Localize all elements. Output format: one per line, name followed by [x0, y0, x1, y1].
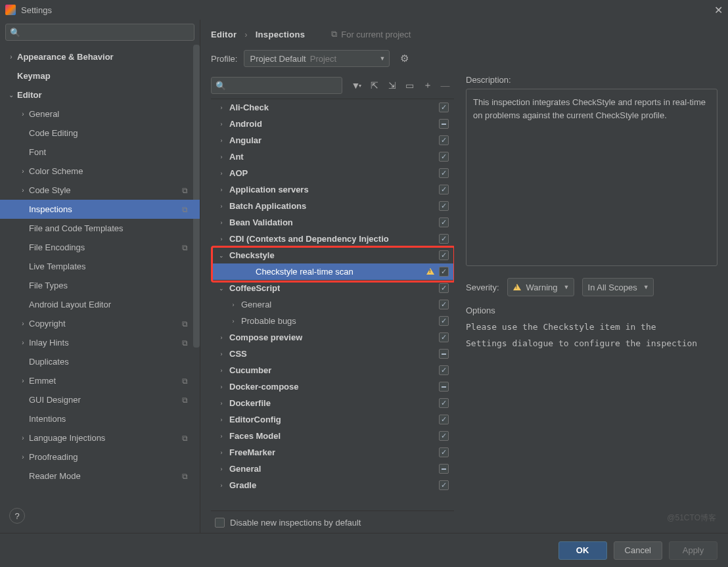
sidebar-item-general[interactable]: ›General [0, 104, 200, 124]
inspection-dockerfile[interactable]: ›Dockerfile [211, 395, 454, 411]
sidebar-item-emmet[interactable]: ›Emmet⧉ [0, 371, 200, 390]
inspection-ant[interactable]: ›Ant [211, 148, 454, 165]
inspection-general[interactable]: ›General [211, 461, 454, 477]
profile-combo[interactable]: Project Default Project ▼ [244, 50, 390, 67]
inspection-checkbox[interactable] [439, 398, 449, 408]
inspection-probable-bugs[interactable]: ›Probable bugs [211, 313, 454, 329]
sidebar-item-inlay-hints[interactable]: ›Inlay Hints⧉ [0, 333, 200, 352]
inspection-checkbox[interactable] [439, 415, 449, 424]
remove-icon[interactable]: — [438, 77, 453, 94]
inspection-checkbox[interactable] [439, 349, 449, 359]
close-icon[interactable]: ✕ [714, 4, 723, 16]
inspection-checkbox[interactable] [439, 267, 449, 277]
inspection-angular[interactable]: ›Angular [211, 132, 454, 148]
inspection-checkbox[interactable] [439, 480, 449, 490]
inspection-ali-check[interactable]: ›Ali-Check [211, 99, 454, 116]
sidebar-item-reader-mode[interactable]: Reader Mode⧉ [0, 466, 200, 486]
inspection-checkbox[interactable] [439, 300, 449, 309]
inspection-checkbox[interactable] [439, 332, 449, 342]
inspection-docker-compose[interactable]: ›Docker-compose [211, 378, 454, 395]
inspection-gradle[interactable]: ›Gradle [211, 477, 454, 493]
sidebar-item-editor[interactable]: ⌄Editor [0, 85, 200, 104]
sidebar-item-duplicates[interactable]: Duplicates [0, 352, 200, 371]
sidebar-search-input[interactable]: 🔍 [5, 24, 194, 41]
search-icon: 🔍 [216, 81, 226, 91]
inspection-checkbox[interactable] [439, 135, 449, 145]
reset-icon[interactable]: ▭ [402, 77, 417, 94]
inspection-checkbox[interactable] [439, 316, 449, 326]
chevron-right-icon: › [229, 318, 237, 325]
sidebar-item-copyright[interactable]: ›Copyright⧉ [0, 314, 200, 333]
sidebar-item-file-encodings[interactable]: File Encodings⧉ [0, 238, 200, 257]
sidebar-item-inspections[interactable]: Inspections⧉ [0, 200, 200, 219]
disable-new-inspections-row[interactable]: Disable new inspections by default [211, 510, 454, 533]
chevron-right-icon: › [217, 187, 225, 193]
sidebar-item-keymap[interactable]: Keymap [0, 66, 200, 85]
sidebar-item-language-injections[interactable]: ›Language Injections⧉ [0, 428, 200, 447]
inspection-checkbox[interactable] [439, 382, 449, 392]
inspection-checkbox[interactable] [439, 102, 449, 112]
inspection-checkbox[interactable] [439, 447, 449, 457]
inspection-checkbox[interactable] [439, 119, 449, 129]
inspection-freemarker[interactable]: ›FreeMarker [211, 444, 454, 461]
chevron-right-icon: › [217, 482, 225, 489]
sidebar-item-appearance-behavior[interactable]: ›Appearance & Behavior [0, 47, 200, 66]
inspection-css[interactable]: ›CSS [211, 346, 454, 362]
inspection-cdi-contexts-and-dependency-injectio[interactable]: ›CDI (Contexts and Dependency Injectio [211, 231, 454, 247]
sidebar-item-file-and-code-templates[interactable]: File and Code Templates [0, 219, 200, 238]
inspection-checkbox[interactable] [439, 250, 449, 260]
inspection-editorconfig[interactable]: ›EditorConfig [211, 411, 454, 428]
sidebar-item-android-layout-editor[interactable]: Android Layout Editor [0, 295, 200, 314]
sidebar-item-gui-designer[interactable]: GUI Designer⧉ [0, 390, 200, 409]
inspection-coffeescript[interactable]: ⌄CoffeeScript [211, 280, 454, 296]
inspection-checkbox[interactable] [439, 464, 449, 474]
expand-all-icon[interactable]: ⇱ [367, 77, 382, 94]
apply-button[interactable]: Apply [669, 541, 717, 560]
cancel-button[interactable]: Cancel [614, 541, 662, 560]
collapse-all-icon[interactable]: ⇲ [384, 77, 399, 94]
inspections-list[interactable]: ›Ali-Check›Android›Angular›Ant›AOP›Appli… [211, 99, 454, 510]
sidebar-item-intentions[interactable]: Intentions [0, 409, 200, 428]
sidebar-item-file-types[interactable]: File Types [0, 276, 200, 295]
inspection-general[interactable]: ›General [211, 296, 454, 313]
breadcrumb-editor[interactable]: Editor [211, 30, 237, 39]
inspection-batch-applications[interactable]: ›Batch Applications [211, 198, 454, 214]
inspection-checkbox[interactable] [439, 217, 449, 227]
inspection-checkstyle-real-time-scan[interactable]: Checkstyle real-time scan [211, 263, 454, 280]
sidebar-item-code-editing[interactable]: Code Editing [0, 124, 200, 143]
inspection-cucumber[interactable]: ›Cucumber [211, 362, 454, 378]
help-button[interactable]: ? [9, 508, 25, 524]
inspection-checkbox[interactable] [439, 365, 449, 375]
chevron-right-icon: › [217, 236, 225, 242]
scope-combo[interactable]: In All Scopes ▼ [582, 278, 654, 296]
sidebar-item-code-style[interactable]: ›Code Style⧉ [0, 181, 200, 200]
inspection-application-servers[interactable]: ›Application servers [211, 181, 454, 198]
add-icon[interactable]: ＋ [420, 77, 435, 94]
ok-button[interactable]: OK [558, 541, 607, 560]
sidebar-item-proofreading[interactable]: ›Proofreading [0, 447, 200, 466]
inspection-aop[interactable]: ›AOP [211, 165, 454, 181]
inspection-checkstyle[interactable]: ⌄Checkstyle [211, 247, 454, 263]
inspection-checkbox[interactable] [439, 185, 449, 194]
gear-icon[interactable]: ⚙ [400, 53, 409, 64]
inspection-compose-preview[interactable]: ›Compose preview [211, 329, 454, 346]
settings-tree[interactable]: ›Appearance & BehaviorKeymap⌄Editor›Gene… [0, 45, 200, 533]
inspection-android[interactable]: ›Android [211, 116, 454, 132]
inspections-search-input[interactable]: 🔍 [211, 77, 342, 94]
sidebar-item-live-templates[interactable]: Live Templates [0, 257, 200, 276]
inspection-checkbox[interactable] [439, 152, 449, 162]
inspection-checkbox[interactable] [439, 201, 449, 211]
inspection-checkbox[interactable] [439, 431, 449, 441]
inspection-faces-model[interactable]: ›Faces Model [211, 428, 454, 444]
filter-icon[interactable]: ▼▾ [349, 77, 364, 94]
chevron-right-icon: › [18, 377, 28, 384]
inspection-checkbox[interactable] [439, 168, 449, 178]
ide-logo-icon [5, 5, 16, 15]
sidebar-item-font[interactable]: Font [0, 143, 200, 162]
inspection-bean-validation[interactable]: ›Bean Validation [211, 214, 454, 231]
severity-combo[interactable]: Warning ▼ [507, 278, 574, 296]
disable-new-checkbox[interactable] [215, 518, 225, 528]
inspection-checkbox[interactable] [439, 234, 449, 244]
sidebar-item-color-scheme[interactable]: ›Color Scheme [0, 162, 200, 181]
inspection-checkbox[interactable] [439, 283, 449, 293]
